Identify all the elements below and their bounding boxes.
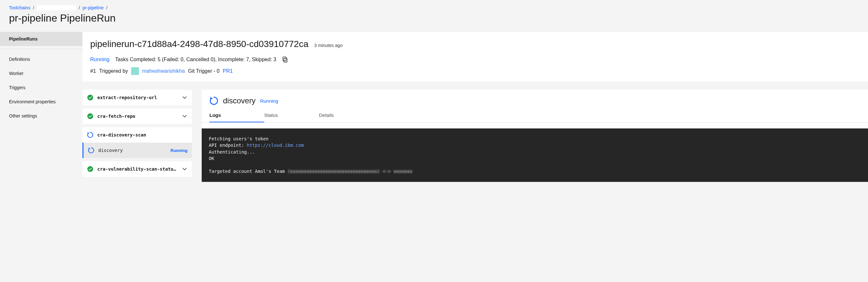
task-name: cra-fetch-repo [97,114,178,119]
sidebar-item-definitions[interactable]: Definitions [0,52,83,66]
page-title: pr-pipeline PipelineRun [9,12,859,24]
task-list: extract-repository-urlcra-fetch-repocra-… [83,90,192,177]
task-row[interactable]: cra-discovery-scan [83,127,192,143]
log-output[interactable]: Fetching users's token API endpoint: htt… [202,129,868,182]
task-group: cra-fetch-repo [83,108,192,124]
breadcrumb-separator: / [33,5,34,10]
run-sequence: #1 [90,68,96,74]
task-name: extract-repository-url [97,95,178,100]
triggered-by-user-link[interactable]: maheshwarishikha [142,68,185,74]
tab-details[interactable]: Details [319,108,374,122]
task-group: cra-discovery-scandiscoveryRunning [83,127,192,158]
breadcrumb-separator: / [79,5,80,10]
detail-status: Running [260,98,278,104]
sidebar-item-worker[interactable]: Worker [0,66,83,80]
pr-link[interactable]: PR1 [223,68,232,74]
sidebar-item-triggers[interactable]: Triggers [0,80,83,95]
sidebar: PipelineRunsDefinitionsWorkerTriggersEnv… [0,32,83,123]
run-time-ago: 3 minutes ago [314,43,342,48]
main-content: pipelinerun-c71d88a4-2498-47d8-8950-cd03… [83,32,868,182]
detail-title: discovery [223,96,255,105]
subtask-row[interactable]: discoveryRunning [83,143,192,158]
header-area: Toolchains/slz-pattern-validate/pr-pipel… [0,0,868,32]
run-summary-card: pipelinerun-c71d88a4-2498-47d8-8950-cd03… [83,32,868,81]
chevron-down-icon[interactable] [182,95,188,100]
run-name: pipelinerun-c71d88a4-2498-47d8-8950-cd03… [90,39,308,49]
sidebar-item-pipelineruns[interactable]: PipelineRuns [0,32,83,46]
sidebar-item-other-settings[interactable]: Other settings [0,109,83,123]
breadcrumb: Toolchains/slz-pattern-validate/pr-pipel… [9,5,859,10]
avatar [131,67,139,75]
success-icon [87,94,93,101]
sidebar-divider [0,48,83,49]
copy-icon[interactable] [282,56,288,63]
run-status[interactable]: Running [90,57,110,63]
running-icon [87,132,93,138]
triggered-by-label: Triggered by [99,68,128,74]
task-row[interactable]: extract-repository-url [83,90,192,105]
task-detail-panel: discovery Running LogsStatusDetails Fetc… [202,90,868,182]
task-row[interactable]: cra-vulnerability-scan-status-pendi… [83,161,192,177]
task-row[interactable]: cra-fetch-repo [83,108,192,124]
task-stats: Tasks Completed: 5 (Failed: 0, Cancelled… [115,57,276,63]
tab-logs[interactable]: Logs [210,108,264,122]
success-icon [87,113,93,119]
sidebar-item-environment-properties[interactable]: Environment properties [0,95,83,109]
task-name: cra-discovery-scan [97,132,188,137]
detail-tabs: LogsStatusDetails [202,108,868,122]
task-group: cra-vulnerability-scan-status-pendi… [83,161,192,177]
subtask-name: discovery [98,148,166,153]
breadcrumb-separator: / [106,5,107,10]
running-icon [210,96,218,105]
breadcrumb-item[interactable]: slz-pattern-validate [37,5,76,10]
task-name: cra-vulnerability-scan-status-pendi… [97,167,178,172]
tab-status[interactable]: Status [264,108,319,122]
git-trigger-label: Git Trigger - 0 [188,68,220,74]
chevron-down-icon[interactable] [182,113,188,119]
breadcrumb-item[interactable]: pr-pipeline [83,5,103,10]
subtask-status: Running [170,148,188,153]
chevron-down-icon[interactable] [182,166,188,172]
success-icon [87,166,93,172]
breadcrumb-item[interactable]: Toolchains [9,5,30,10]
running-icon [88,147,94,153]
task-group: extract-repository-url [83,90,192,105]
